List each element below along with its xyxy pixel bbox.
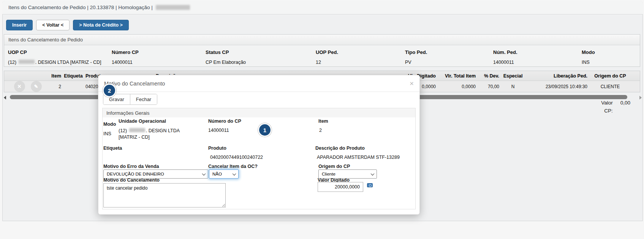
redacted-company (129, 128, 145, 132)
numero-cp-value: 14000011 (208, 128, 229, 133)
cp-header-row: UOP CP Número CP Status CP UOP Ped. Tipo… (4, 45, 640, 55)
informacoes-gerais-header: Informações Gerais (102, 108, 416, 118)
edit-item-icon[interactable]: ✎ (31, 81, 42, 92)
numero-cp-value: 14000011 (112, 60, 206, 65)
modo-value: INS (582, 60, 640, 65)
col-origem: Origem do CP (587, 73, 633, 79)
voltar-button[interactable]: < Voltar < (36, 20, 70, 30)
uop-ped-value: 12 (316, 60, 405, 65)
uop-cp-value: (12) . DESIGN LTDA [MATRIZ - CD] (8, 60, 112, 65)
nota-credito-button[interactable]: > Nota de Crédito > (73, 20, 129, 30)
cancelar-item-oc-select[interactable]: NÃO (209, 169, 239, 179)
cancel-item-icon[interactable]: ✕ (14, 81, 25, 92)
motivo-cancelamento-textarea[interactable]: tste cancelar pedido (103, 183, 226, 207)
valor-cp-label: Valor CP: (593, 99, 613, 115)
etiqueta-label: Etiqueta (103, 146, 122, 151)
page-title: Itens do Cancelamento de Pedido | 20.133… (8, 5, 153, 10)
page-title-bar: Itens do Cancelamento de Pedido | 20.133… (2, 1, 643, 14)
num-ped-value: 14000011 (493, 60, 582, 65)
cancelar-item-oc-label: Cancelar Item da OC? (208, 164, 258, 169)
col-etiqueta: Etiqueta (61, 73, 85, 79)
item-value: 2 (319, 128, 322, 133)
unidade-operacional-value: (12) . DESIGN LTDA [MATRIZ - CD] (119, 128, 199, 141)
chevron-down-icon (233, 172, 236, 176)
col-uop-ped: UOP Ped. (316, 49, 405, 55)
annotation-badge-1: 1 (259, 124, 271, 136)
modo-value: INS (103, 131, 111, 136)
col-numero-cp: Número CP (112, 49, 206, 55)
col-tipo-ped: Tipo Ped. (405, 49, 493, 55)
col-modo: Modo (582, 49, 640, 55)
cell-item: 2 (44, 84, 61, 89)
cell-especial: N (499, 84, 527, 89)
item-label: Item (318, 119, 328, 124)
col-vlr-total: Vlr. Total Item (436, 73, 476, 79)
col-item: Item (44, 73, 61, 79)
dialog-title: Motivo do Cancelamento (104, 81, 165, 87)
motivo-cancelamento-dialog: Motivo do Cancelamento × Gravar Fechar 2… (98, 75, 420, 215)
unidade-operacional-label: Unidade Operacional (119, 119, 166, 124)
scroll-left-icon[interactable] (4, 96, 6, 100)
valor-digitado-input[interactable] (318, 182, 363, 192)
origem-cp-label: Origem do CP (318, 164, 350, 169)
toolbar: Inserir < Voltar < > Nota de Crédito > (6, 20, 129, 30)
cell-pct-dev: 70,00 (476, 84, 499, 89)
cp-summary-panel: Itens do Cancelamento de Pedido UOP CP N… (4, 34, 640, 67)
inserir-button[interactable]: Inserir (6, 20, 33, 30)
produto-value: 04020007449100240722 (210, 155, 263, 160)
informacoes-gerais-body: Modo INS Unidade Operacional (12) . DESI… (102, 117, 416, 209)
cell-vlr-total: 0,0000 (436, 84, 476, 89)
redacted-company (19, 60, 35, 64)
status-cp-value: CP Em Elaboração (206, 60, 316, 65)
redacted-user-name (156, 5, 190, 10)
descricao-produto-label: Descrição do Produto (315, 146, 365, 151)
modo-label: Modo (103, 122, 116, 127)
fechar-button[interactable]: Fechar (130, 94, 157, 104)
col-uop-cp: UOP CP (8, 49, 112, 55)
cell-liberacao: 23/09/2025 10:49:30 (527, 84, 587, 89)
descricao-produto-value: APARADOR AMSTERDAM STF-13289 (317, 155, 400, 160)
motivo-cancelamento-label: Motivo do Cancelamento (103, 177, 160, 183)
annotation-badge-2: 2 (104, 85, 115, 96)
cp-value-row: (12) . DESIGN LTDA [MATRIZ - CD] 1400001… (4, 55, 640, 65)
valor-cp-value: 0,00 (620, 99, 630, 107)
valor-cp: Valor CP: 0,00 (593, 99, 630, 115)
tipo-ped-value: PV (405, 60, 493, 65)
scroll-right-icon[interactable] (639, 96, 642, 100)
chevron-down-icon (202, 172, 206, 176)
close-icon[interactable]: × (410, 80, 414, 87)
motivo-erro-label: Motivo do Erro da Venda (103, 164, 159, 169)
chevron-down-icon (371, 172, 375, 176)
produto-label: Produto (208, 146, 226, 151)
col-status-cp: Status CP (206, 49, 316, 55)
col-especial: Especial (499, 73, 527, 79)
money-icon[interactable] (367, 183, 373, 187)
col-num-ped: Núm. Ped. (493, 49, 582, 55)
cp-panel-title: Itens do Cancelamento de Pedido (4, 35, 640, 45)
cell-origem: CLIENTE (587, 84, 633, 89)
col-pct-dev: % Dev. (476, 73, 499, 79)
col-liberacao: Liberação Ped. (527, 73, 587, 79)
numero-cp-label: Número do CP (208, 119, 241, 124)
dialog-title-bar: Motivo do Cancelamento × (98, 75, 419, 92)
